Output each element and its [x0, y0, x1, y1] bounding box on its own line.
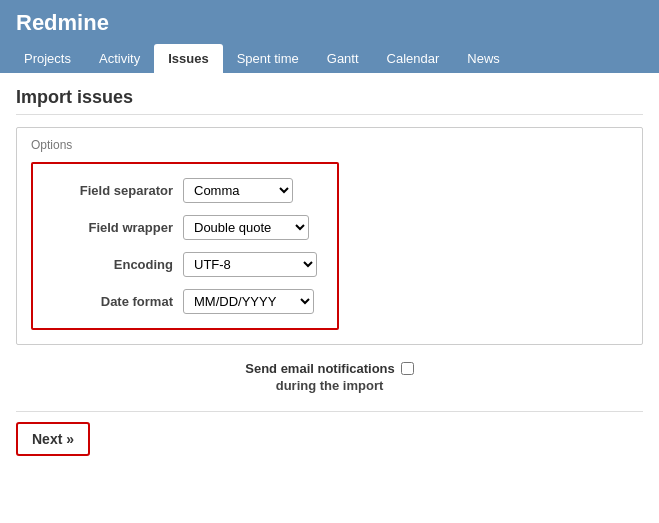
form-row-encoding: EncodingUTF-8UTF-16ISO-8859-1Windows-125…: [53, 252, 317, 277]
page-content: Import issues Options Field separatorCom…: [0, 73, 659, 470]
field-wrapper-label: Field wrapper: [53, 220, 183, 235]
email-section: Send email notifications during the impo…: [16, 361, 643, 393]
email-label: Send email notifications: [245, 361, 395, 376]
field-wrapper-select[interactable]: Double quoteSingle quoteNone: [183, 215, 309, 240]
options-section: Options Field separatorCommaSemicolonTab…: [16, 127, 643, 345]
app-title: Redmine: [16, 10, 109, 35]
next-button[interactable]: Next »: [16, 422, 90, 456]
page-title: Import issues: [16, 87, 643, 115]
form-row-field-separator: Field separatorCommaSemicolonTabPipe: [53, 178, 317, 203]
date-format-label: Date format: [53, 294, 183, 309]
options-legend: Options: [31, 138, 628, 152]
options-inner: Field separatorCommaSemicolonTabPipeFiel…: [31, 162, 339, 330]
encoding-label: Encoding: [53, 257, 183, 272]
nav-item-activity[interactable]: Activity: [85, 44, 154, 73]
during-label: during the import: [276, 378, 384, 393]
email-checkbox[interactable]: [401, 362, 414, 375]
form-row-date-format: Date formatMM/DD/YYYYDD/MM/YYYYYYYY/MM/D…: [53, 289, 317, 314]
nav-item-projects[interactable]: Projects: [10, 44, 85, 73]
nav-item-spent-time[interactable]: Spent time: [223, 44, 313, 73]
nav-item-issues[interactable]: Issues: [154, 44, 222, 73]
form-row-field-wrapper: Field wrapperDouble quoteSingle quoteNon…: [53, 215, 317, 240]
field-separator-select[interactable]: CommaSemicolonTabPipe: [183, 178, 293, 203]
divider: [16, 411, 643, 412]
encoding-select[interactable]: UTF-8UTF-16ISO-8859-1Windows-1252: [183, 252, 317, 277]
date-format-select[interactable]: MM/DD/YYYYDD/MM/YYYYYYYY/MM/DDYYYY-MM-DD: [183, 289, 314, 314]
app-header: Redmine: [0, 0, 659, 44]
nav-item-calendar[interactable]: Calendar: [373, 44, 454, 73]
main-nav: ProjectsActivityIssuesSpent timeGanttCal…: [0, 44, 659, 73]
email-row: Send email notifications: [245, 361, 414, 376]
nav-item-news[interactable]: News: [453, 44, 514, 73]
field-separator-label: Field separator: [53, 183, 183, 198]
nav-item-gantt[interactable]: Gantt: [313, 44, 373, 73]
